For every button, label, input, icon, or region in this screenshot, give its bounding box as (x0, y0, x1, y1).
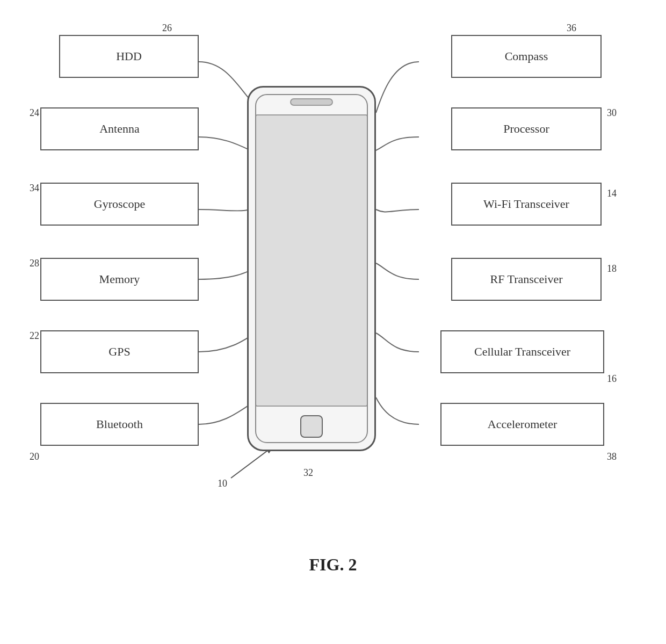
processor-box: Processor (451, 107, 602, 150)
gps-ref: 22 (30, 330, 39, 342)
memory-label: Memory (99, 272, 140, 286)
wifi-box: Wi-Fi Transceiver (451, 183, 602, 226)
wifi-label: Wi-Fi Transceiver (483, 197, 569, 211)
hdd-label: HDD (116, 49, 142, 63)
accelerometer-box: Accelerometer (440, 403, 604, 446)
cellular-box: Cellular Transceiver (440, 330, 604, 373)
diagram-container: HDD 26 Antenna 24 Gyroscope 34 Memory 28… (0, 0, 666, 591)
wifi-ref: 14 (607, 188, 617, 199)
accelerometer-label: Accelerometer (488, 417, 557, 431)
caption-text: FIG. 2 (309, 555, 357, 574)
gps-box: GPS (40, 330, 199, 373)
gps-label: GPS (108, 345, 130, 359)
memory-ref: 28 (30, 258, 39, 269)
figure-caption: FIG. 2 (0, 555, 666, 575)
processor-label: Processor (503, 122, 549, 136)
rf-box: RF Transceiver (451, 258, 602, 301)
compass-box: Compass (451, 35, 602, 78)
rf-ref: 18 (607, 263, 617, 274)
button-ref: 32 (303, 467, 313, 479)
cellular-label: Cellular Transceiver (474, 345, 570, 359)
phone-speaker (290, 98, 333, 106)
cellular-ref: 16 (607, 373, 617, 385)
processor-ref: 30 (607, 107, 617, 119)
gyroscope-ref: 34 (30, 183, 39, 194)
gyroscope-label: Gyroscope (94, 197, 145, 211)
accelerometer-ref: 38 (607, 451, 617, 462)
bluetooth-box: Bluetooth (40, 403, 199, 446)
device-ref: 10 (218, 478, 227, 489)
phone-home-button (300, 415, 323, 438)
bluetooth-ref: 20 (30, 451, 39, 462)
phone-device (247, 86, 376, 451)
hdd-box: HDD (59, 35, 199, 78)
compass-ref: 36 (567, 23, 576, 34)
gyroscope-box: Gyroscope (40, 183, 199, 226)
rf-label: RF Transceiver (490, 272, 562, 286)
antenna-ref: 24 (30, 107, 39, 119)
memory-box: Memory (40, 258, 199, 301)
compass-label: Compass (505, 49, 548, 63)
antenna-label: Antenna (99, 122, 140, 136)
antenna-box: Antenna (40, 107, 199, 150)
phone-screen (255, 114, 368, 407)
hdd-ref: 26 (162, 23, 172, 34)
bluetooth-label: Bluetooth (96, 417, 143, 431)
